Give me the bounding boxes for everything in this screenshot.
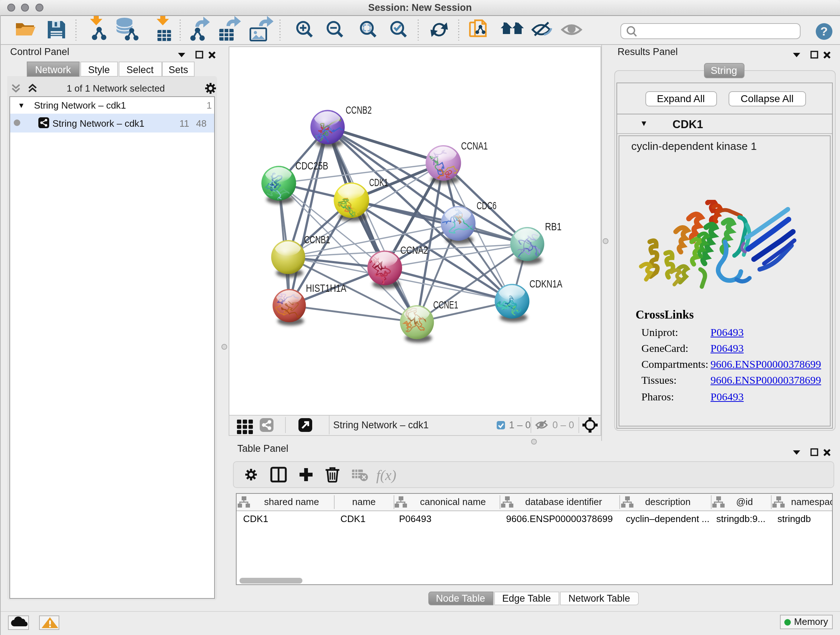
svg-text:String Network – cdk1: String Network – cdk1: [333, 420, 428, 431]
svg-text:1 of 1 Network selected: 1 of 1 Network selected: [66, 83, 165, 94]
svg-text:canonical name: canonical name: [420, 496, 485, 507]
svg-text:1 – 0: 1 – 0: [508, 420, 531, 431]
svg-text:@id: @id: [736, 496, 753, 507]
svg-text:HIST1H1A: HIST1H1A: [306, 282, 346, 294]
svg-text:CCNA2: CCNA2: [400, 244, 428, 256]
svg-text:f(x): f(x): [376, 467, 396, 483]
svg-text:0 – 0: 0 – 0: [552, 420, 574, 431]
svg-text:database identifier: database identifier: [525, 496, 602, 507]
svg-text:namespace: namespace: [791, 496, 832, 507]
svg-text:CDC6: CDC6: [477, 199, 496, 211]
svg-text:CDK1: CDK1: [369, 176, 388, 188]
svg-text:CCNE1: CCNE1: [433, 298, 458, 310]
svg-text:CDC25B: CDC25B: [295, 159, 328, 171]
svg-text:description: description: [645, 496, 690, 507]
svg-text:?: ?: [821, 24, 828, 38]
svg-text:CCNB2: CCNB2: [346, 103, 371, 116]
svg-text:CDKN1A: CDKN1A: [529, 277, 562, 289]
svg-text:shared name: shared name: [264, 496, 319, 507]
svg-text:CCNA1: CCNA1: [461, 139, 488, 151]
svg-text:CCNB1: CCNB1: [304, 233, 330, 245]
svg-text:name: name: [352, 496, 375, 507]
svg-text:RB1: RB1: [545, 220, 561, 232]
